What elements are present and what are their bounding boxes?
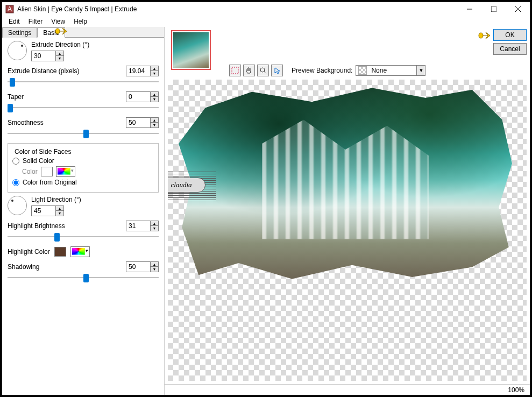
right-area: Preview Background: None ▼ OK — [165, 27, 530, 395]
smoothness-label: Smoothness — [8, 119, 44, 126]
menu-edit[interactable]: Edit — [4, 17, 24, 26]
highlight-color-swatch[interactable] — [54, 247, 66, 257]
menu-filter[interactable]: Filter — [24, 17, 47, 26]
svg-point-8 — [260, 68, 265, 72]
zoom-tool-icon[interactable] — [257, 65, 269, 76]
side-faces-group: Color of Side Faces Solid Color Color Co… — [8, 143, 159, 193]
checker-icon — [358, 66, 367, 75]
zoom-level: 100% — [508, 386, 524, 394]
preview-canvas[interactable]: claudia — [168, 80, 527, 381]
spin-down[interactable]: ▼ — [56, 56, 63, 61]
window-title: Alien Skin | Eye Candy 5 Impact | Extrud… — [17, 5, 457, 13]
svg-rect-3 — [491, 6, 496, 12]
extrude-direction-dial[interactable] — [8, 41, 27, 60]
menubar: Edit Filter View Help — [2, 16, 530, 27]
solid-color-palette — [56, 166, 75, 177]
spin-down[interactable]: ▼ — [56, 211, 63, 216]
content-area: Settings Basic Extrude Direction (°) ▲▼ — [2, 27, 530, 395]
taper-slider[interactable] — [8, 102, 159, 113]
spin-down[interactable]: ▼ — [151, 97, 158, 102]
smoothness-input[interactable] — [126, 118, 150, 127]
spin-up[interactable]: ▲ — [56, 206, 63, 211]
tool-row: Preview Background: None ▼ — [229, 65, 425, 76]
cancel-button[interactable]: Cancel — [493, 43, 527, 55]
light-direction-label: Light Direction (°) — [31, 196, 81, 203]
spin-up[interactable]: ▲ — [151, 66, 158, 71]
tab-basic[interactable]: Basic — [37, 27, 65, 38]
chevron-down-icon: ▼ — [416, 66, 425, 75]
shadowing-input[interactable] — [126, 262, 150, 272]
ok-button[interactable]: OK — [493, 29, 527, 41]
highlight-color-palette[interactable] — [70, 246, 90, 257]
menu-view[interactable]: View — [47, 17, 69, 26]
spin-up[interactable]: ▲ — [151, 262, 158, 267]
tab-settings[interactable]: Settings — [2, 27, 37, 38]
marquee-tool-icon[interactable] — [229, 65, 241, 76]
color-from-original-label: Color from Original — [23, 179, 77, 186]
spin-down[interactable]: ▼ — [151, 123, 158, 127]
highlight-brightness-input[interactable] — [126, 221, 150, 231]
extrude-distance-label: Extrude Distance (pixels) — [8, 67, 79, 75]
solid-color-radio[interactable] — [12, 158, 19, 165]
highlight-brightness-slider[interactable] — [8, 231, 159, 242]
pointer-annotation-ok — [478, 30, 491, 40]
extrude-distance-input[interactable] — [126, 66, 150, 76]
color-label: Color — [22, 168, 38, 175]
app-window: A Alien Skin | Eye Candy 5 Impact | Extr… — [2, 2, 530, 395]
left-panel: Settings Basic Extrude Direction (°) ▲▼ — [2, 27, 165, 395]
pointer-tool-icon[interactable] — [271, 65, 283, 76]
panel-body: Extrude Direction (°) ▲▼ Extrude Distanc… — [2, 38, 164, 395]
extrude-direction-input[interactable] — [32, 51, 55, 61]
minimize-button[interactable] — [457, 2, 481, 16]
close-button[interactable] — [506, 2, 530, 16]
watermark-text: claudia — [168, 178, 205, 193]
light-direction-dial[interactable] — [8, 196, 27, 215]
svg-line-9 — [264, 72, 266, 74]
extrude-direction-label: Extrude Direction (°) — [31, 41, 89, 48]
color-from-original-radio[interactable] — [12, 179, 19, 186]
maximize-button[interactable] — [481, 2, 506, 16]
extrude-distance-slider[interactable] — [8, 76, 159, 87]
spin-down[interactable]: ▼ — [151, 226, 158, 231]
menu-help[interactable]: Help — [69, 17, 91, 26]
spin-up[interactable]: ▲ — [151, 118, 158, 123]
taper-label: Taper — [8, 93, 24, 101]
titlebar: A Alien Skin | Eye Candy 5 Impact | Extr… — [2, 2, 530, 16]
shadowing-slider[interactable] — [8, 272, 159, 283]
preview-bg-value: None — [369, 67, 416, 74]
spin-down[interactable]: ▼ — [151, 71, 158, 76]
highlight-brightness-label: Highlight Brightness — [8, 222, 65, 230]
top-row: Preview Background: None ▼ OK — [165, 27, 530, 79]
solid-color-label: Solid Color — [23, 157, 54, 165]
solid-color-swatch — [41, 167, 53, 176]
spin-up[interactable]: ▲ — [151, 92, 158, 97]
highlight-color-label: Highlight Color — [8, 248, 50, 256]
preview-image: claudia — [179, 84, 512, 283]
shadowing-label: Shadowing — [8, 263, 39, 271]
smoothness-slider[interactable] — [8, 128, 159, 139]
preview-bg-combo[interactable]: None ▼ — [356, 65, 425, 76]
watermark: claudia — [168, 170, 216, 200]
preview-thumbnail[interactable] — [171, 30, 211, 70]
spin-up[interactable]: ▲ — [151, 221, 158, 226]
side-faces-legend: Color of Side Faces — [12, 148, 73, 155]
light-direction-input[interactable] — [32, 206, 55, 216]
svg-rect-7 — [232, 67, 238, 74]
svg-text:A: A — [8, 5, 12, 13]
spin-up[interactable]: ▲ — [56, 51, 63, 56]
app-icon: A — [5, 5, 14, 13]
svg-point-10 — [479, 33, 483, 38]
taper-input[interactable] — [126, 92, 150, 102]
tabs: Settings Basic — [2, 27, 164, 38]
preview-bg-label: Preview Background: — [292, 67, 352, 74]
spin-down[interactable]: ▼ — [151, 267, 158, 272]
status-bar: 100% — [165, 384, 530, 395]
hand-tool-icon[interactable] — [243, 65, 255, 76]
